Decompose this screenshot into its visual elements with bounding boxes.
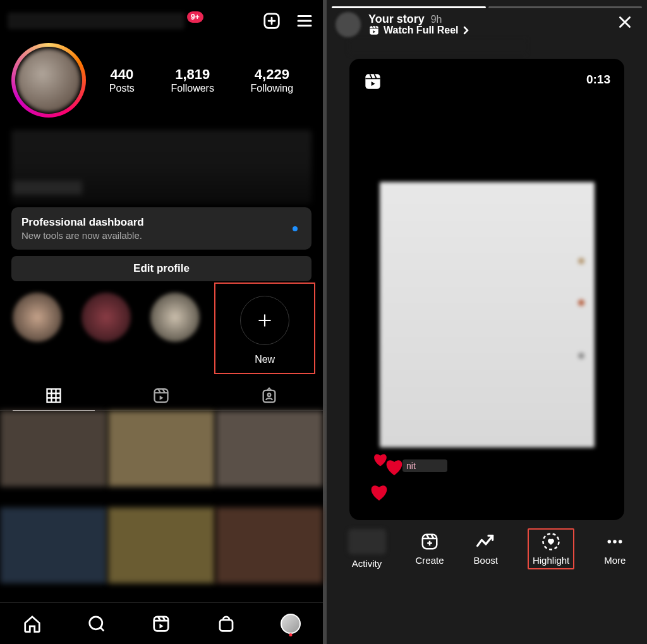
story-caption-blur xyxy=(349,40,526,54)
posts-stat[interactable]: 440 Posts xyxy=(109,66,135,94)
story-viewer-screen: Your story 9h Watch Full Reel 0:13 nit xyxy=(327,0,647,644)
following-label: Following xyxy=(251,83,294,94)
more-button[interactable]: More xyxy=(604,532,626,566)
highlight-icon xyxy=(541,532,560,551)
svg-rect-6 xyxy=(154,616,169,631)
svg-point-12 xyxy=(608,540,612,544)
profile-nav-button[interactable] xyxy=(278,611,303,636)
notification-badge[interactable]: 9+ xyxy=(187,11,203,23)
menu-icon xyxy=(295,11,314,30)
profile-avatar xyxy=(17,49,80,112)
highlight-item[interactable] xyxy=(145,293,204,374)
activity-label: Activity xyxy=(352,558,382,569)
boost-label: Boost xyxy=(474,555,498,566)
edit-profile-button[interactable]: Edit profile xyxy=(11,256,311,281)
close-icon xyxy=(617,14,633,30)
post-thumbnail[interactable] xyxy=(108,507,215,583)
menu-button[interactable] xyxy=(294,10,315,32)
shop-button[interactable] xyxy=(214,611,239,636)
create-story-button[interactable]: Create xyxy=(416,532,444,566)
boost-button[interactable]: Boost xyxy=(474,532,498,566)
post-thumbnail[interactable] xyxy=(216,411,323,487)
profile-stats: 440 Posts 1,819 Followers 4,229 Followin… xyxy=(91,66,311,94)
story-author-avatar[interactable] xyxy=(336,12,361,37)
reels-icon xyxy=(152,614,171,633)
following-count: 4,229 xyxy=(251,66,294,83)
profile-header: 440 Posts 1,819 Followers 4,229 Followin… xyxy=(0,42,323,126)
chevron-right-icon xyxy=(463,26,469,35)
plus-icon xyxy=(255,311,274,330)
add-highlight-button[interactable] xyxy=(240,296,289,345)
add-highlight-label: New xyxy=(255,354,275,365)
close-button[interactable] xyxy=(612,11,638,37)
home-button[interactable] xyxy=(20,611,45,636)
profile-bio xyxy=(11,130,311,204)
highlight-item[interactable] xyxy=(76,293,135,374)
reel-preview-card[interactable]: 0:13 nit xyxy=(349,59,624,520)
story-ring[interactable] xyxy=(11,43,86,118)
username-label[interactable] xyxy=(8,13,184,29)
followers-stat[interactable]: 1,819 Followers xyxy=(171,66,214,94)
bottom-nav xyxy=(0,602,323,644)
reels-nav-button[interactable] xyxy=(148,611,174,636)
story-highlights-row: New xyxy=(0,281,323,378)
tagged-icon xyxy=(260,387,278,404)
create-button[interactable] xyxy=(261,10,282,32)
svg-rect-8 xyxy=(370,26,378,35)
create-icon xyxy=(420,532,439,551)
reel-duration: 0:13 xyxy=(586,73,610,87)
posts-grid xyxy=(0,411,323,602)
watch-full-reel-label: Watch Full Reel xyxy=(384,25,459,36)
boost-icon xyxy=(476,532,496,551)
search-icon xyxy=(87,614,106,633)
post-thumbnail[interactable] xyxy=(108,411,215,487)
highlight-button[interactable]: Highlight xyxy=(533,532,569,566)
svg-point-13 xyxy=(614,540,617,544)
grid-icon xyxy=(45,387,63,404)
svg-rect-1 xyxy=(47,389,61,402)
highlight-button-callout: Highlight xyxy=(528,528,574,569)
viewer-name-pill[interactable]: nit xyxy=(402,459,447,472)
edit-profile-label: Edit profile xyxy=(133,262,190,275)
story-header: Your story 9h Watch Full Reel xyxy=(327,6,647,42)
pro-dashboard-subtitle: New tools are now available. xyxy=(21,230,301,241)
story-timestamp: 9h xyxy=(431,14,442,25)
reels-tab[interactable] xyxy=(107,380,215,410)
story-progress-bar xyxy=(327,0,647,6)
following-stat[interactable]: 4,229 Following xyxy=(251,66,294,94)
post-thumbnail[interactable] xyxy=(216,507,323,583)
post-thumbnail[interactable] xyxy=(0,507,107,583)
plus-square-icon xyxy=(262,11,281,30)
more-label: More xyxy=(604,555,626,566)
highlight-new-callout: New xyxy=(214,283,315,374)
reel-badge-icon xyxy=(368,25,380,36)
search-button[interactable] xyxy=(84,611,109,636)
professional-dashboard-card[interactable]: Professional dashboard New tools are now… xyxy=(11,207,311,250)
more-icon xyxy=(605,532,624,551)
pro-dashboard-title: Professional dashboard xyxy=(21,216,301,229)
highlight-item[interactable] xyxy=(8,293,66,374)
activity-button[interactable]: Activity xyxy=(348,529,386,569)
grid-tab[interactable] xyxy=(0,380,107,410)
watch-full-reel-link[interactable]: Watch Full Reel xyxy=(368,25,469,36)
svg-rect-7 xyxy=(220,619,233,631)
followers-label: Followers xyxy=(171,83,214,94)
followers-count: 1,819 xyxy=(171,66,214,83)
tagged-tab[interactable] xyxy=(215,380,323,410)
highlight-label: Highlight xyxy=(533,555,569,566)
shop-icon xyxy=(217,614,236,633)
viewers-thumbnail xyxy=(348,529,386,554)
story-toolbar: Activity Create Boost Highlight More xyxy=(327,520,647,577)
reels-icon xyxy=(152,387,170,404)
create-label: Create xyxy=(416,555,444,566)
post-thumbnail[interactable] xyxy=(0,411,107,487)
story-author-name[interactable]: Your story xyxy=(368,13,425,26)
new-indicator-dot xyxy=(293,226,298,231)
profile-tabs xyxy=(0,380,323,411)
profile-nav-avatar xyxy=(281,614,301,634)
home-icon xyxy=(23,614,42,633)
svg-rect-2 xyxy=(155,389,168,402)
profile-screen: 9+ 440 Posts 1,819 Followers 4,229 Follo… xyxy=(0,0,323,644)
svg-point-5 xyxy=(90,616,102,629)
reels-icon xyxy=(363,73,382,90)
